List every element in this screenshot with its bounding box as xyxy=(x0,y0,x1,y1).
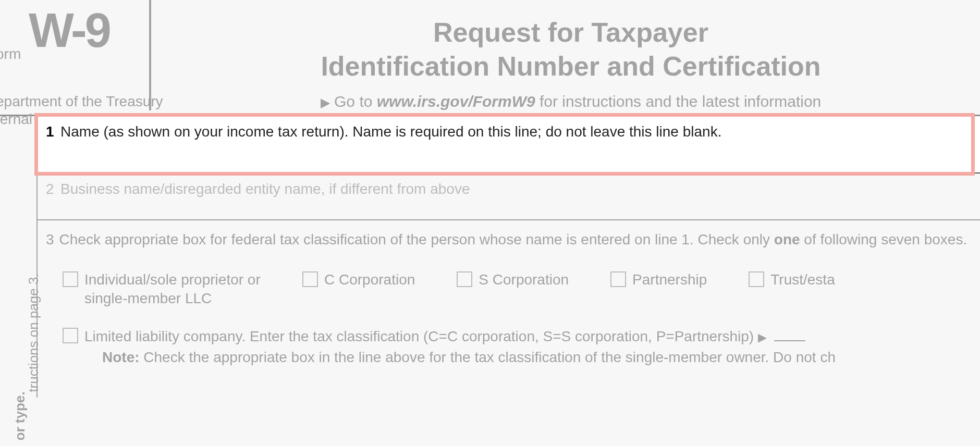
line1-label: Name (as shown on your income tax return… xyxy=(60,123,721,140)
checkbox-c-corp[interactable]: C Corporation xyxy=(302,270,415,308)
llc-main-text: Limited liability company. Enter the tax… xyxy=(84,328,754,344)
field-line-1[interactable]: 1 Name (as shown on your income tax retu… xyxy=(38,116,980,174)
classification-checkbox-row: Individual/sole proprietor or single-mem… xyxy=(46,270,972,308)
line2-label: Business name/disregarded entity name, i… xyxy=(60,181,470,197)
llc-note: Note: Check the appropriate box in the l… xyxy=(63,349,972,366)
side-text-page3: tructions on page 3. xyxy=(26,273,42,392)
field-line-3: 3Check appropriate box for federal tax c… xyxy=(38,220,980,398)
fields-area: 1 Name (as shown on your income tax retu… xyxy=(36,116,980,398)
form-body: tructions on page 3. or type. 1 Name (as… xyxy=(0,116,980,398)
note-label: Note: xyxy=(102,349,140,365)
line3-bold-one: one xyxy=(774,231,800,247)
line2-number: 2 xyxy=(46,181,54,197)
line1-number: 1 xyxy=(46,123,54,140)
checkbox-box-icon[interactable] xyxy=(610,271,626,287)
form-title: Request for Taxpayer Identification Numb… xyxy=(172,16,970,83)
arrow-right-icon: ▶ xyxy=(758,331,767,344)
checkbox-box-icon[interactable] xyxy=(749,271,764,287)
checkbox-individual[interactable]: Individual/sole proprietor or single-mem… xyxy=(63,270,261,308)
dept-line-1: epartment of the Treasury xyxy=(0,93,163,109)
checkbox-s-corp[interactable]: S Corporation xyxy=(457,270,569,308)
line3-intro: Check appropriate box for federal tax cl… xyxy=(59,231,774,247)
checkbox-partnership-label: Partnership xyxy=(632,270,707,289)
llc-text-container: Limited liability company. Enter the tax… xyxy=(84,327,805,346)
checkbox-partnership[interactable]: Partnership xyxy=(610,270,707,308)
checkbox-box-icon[interactable] xyxy=(457,271,472,287)
line3-number: 3 xyxy=(46,231,54,247)
checkbox-trust-label: Trust/esta xyxy=(770,270,835,289)
side-label-area: tructions on page 3. or type. xyxy=(0,116,36,398)
arrow-right-icon: ▶ xyxy=(321,95,330,109)
form-header: orm W-9 epartment of the Treasury ternal… xyxy=(0,0,980,116)
checkbox-individual-label: Individual/sole proprietor or single-mem… xyxy=(84,270,261,308)
form-w9-container: orm W-9 epartment of the Treasury ternal… xyxy=(0,0,980,446)
instructions-link: ▶ Go to www.irs.gov/FormW9 for instructi… xyxy=(172,93,970,110)
title-line-2: Identification Number and Certification xyxy=(321,51,820,81)
instr-url: www.irs.gov/FormW9 xyxy=(377,93,535,110)
checkbox-trust[interactable]: Trust/esta xyxy=(749,270,835,308)
checkbox-c-corp-label: C Corporation xyxy=(324,270,415,289)
instr-prefix: Go to xyxy=(334,93,377,110)
checkbox-s-corp-label: S Corporation xyxy=(479,270,569,289)
note-text: Check the appropriate box in the line ab… xyxy=(140,349,836,365)
field-line-2[interactable]: 2 Business name/disregarded entity name,… xyxy=(38,174,980,220)
highlight-border xyxy=(34,113,975,176)
checkbox-llc[interactable]: Limited liability company. Enter the tax… xyxy=(63,327,972,346)
form-prefix-label: orm xyxy=(0,46,21,63)
title-line-1: Request for Taxpayer xyxy=(433,17,708,47)
side-text-type: or type. xyxy=(12,392,28,441)
checkbox-box-icon[interactable] xyxy=(63,271,78,287)
form-code: W-9 xyxy=(29,6,109,54)
line3-intro-suffix: of following seven boxes. xyxy=(800,231,967,247)
instr-suffix: for instructions and the latest informat… xyxy=(535,93,822,110)
header-right: Request for Taxpayer Identification Numb… xyxy=(151,0,980,110)
header-left: orm W-9 epartment of the Treasury ternal… xyxy=(0,0,151,110)
llc-classification-input[interactable] xyxy=(774,340,805,341)
llc-row: Limited liability company. Enter the tax… xyxy=(46,327,972,366)
checkbox-box-icon[interactable] xyxy=(302,271,318,287)
line3-header: 3Check appropriate box for federal tax c… xyxy=(46,230,972,250)
checkbox-box-icon[interactable] xyxy=(63,328,78,343)
